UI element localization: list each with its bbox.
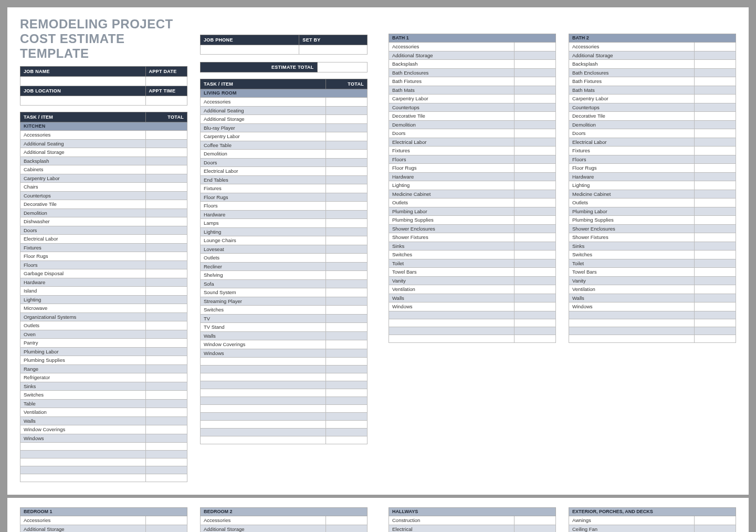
item-total-cell[interactable] xyxy=(326,115,368,124)
item-total-cell[interactable] xyxy=(326,413,368,421)
item-total-cell[interactable] xyxy=(326,288,368,297)
item-label[interactable] xyxy=(569,311,695,319)
item-total-cell[interactable] xyxy=(145,131,187,140)
item-total-cell[interactable] xyxy=(694,95,736,103)
item-total-cell[interactable] xyxy=(145,191,187,200)
item-total-cell[interactable] xyxy=(145,217,187,226)
item-total-cell[interactable] xyxy=(694,242,736,251)
item-total-cell[interactable] xyxy=(145,208,187,217)
item-total-cell[interactable] xyxy=(514,224,556,233)
item-total-cell[interactable] xyxy=(694,60,736,69)
item-total-cell[interactable] xyxy=(145,287,187,296)
item-label[interactable] xyxy=(201,381,326,389)
item-total-cell[interactable] xyxy=(694,164,736,173)
item-total-cell[interactable] xyxy=(145,434,187,443)
item-label[interactable] xyxy=(201,358,326,366)
item-total-cell[interactable] xyxy=(514,525,556,532)
item-total-cell[interactable] xyxy=(326,421,368,429)
item-total-cell[interactable] xyxy=(514,242,556,251)
item-total-cell[interactable] xyxy=(326,123,368,132)
item-total-cell[interactable] xyxy=(326,389,368,397)
item-total-cell[interactable] xyxy=(514,302,556,311)
item-total-cell[interactable] xyxy=(694,224,736,233)
item-total-cell[interactable] xyxy=(326,210,368,219)
item-total-cell[interactable] xyxy=(145,174,187,183)
item-total-cell[interactable] xyxy=(694,129,736,138)
item-total-cell[interactable] xyxy=(514,207,556,216)
item-total-cell[interactable] xyxy=(514,233,556,242)
item-label[interactable] xyxy=(201,373,326,381)
item-total-cell[interactable] xyxy=(694,120,736,129)
item-total-cell[interactable] xyxy=(694,302,736,311)
item-total-cell[interactable] xyxy=(145,339,187,348)
item-total-cell[interactable] xyxy=(145,356,187,365)
item-total-cell[interactable] xyxy=(326,227,368,236)
item-total-cell[interactable] xyxy=(145,312,187,321)
item-total-cell[interactable] xyxy=(326,525,368,532)
job-phone-cell[interactable] xyxy=(201,45,299,55)
item-total-cell[interactable] xyxy=(514,335,556,342)
item-total-cell[interactable] xyxy=(326,314,368,323)
item-total-cell[interactable] xyxy=(514,164,556,173)
item-label[interactable] xyxy=(201,421,326,429)
item-total-cell[interactable] xyxy=(145,157,187,165)
item-total-cell[interactable] xyxy=(694,51,736,60)
item-total-cell[interactable] xyxy=(694,259,736,268)
item-total-cell[interactable] xyxy=(514,43,556,51)
item-total-cell[interactable] xyxy=(326,297,368,306)
item-total-cell[interactable] xyxy=(326,373,368,381)
item-total-cell[interactable] xyxy=(145,330,187,339)
job-name-cell[interactable] xyxy=(20,77,146,86)
item-total-cell[interactable] xyxy=(145,148,187,157)
item-total-cell[interactable] xyxy=(326,193,368,202)
item-total-cell[interactable] xyxy=(145,399,187,408)
item-total-cell[interactable] xyxy=(326,106,368,115)
item-total-cell[interactable] xyxy=(694,285,736,294)
item-label[interactable] xyxy=(569,327,695,335)
item-total-cell[interactable] xyxy=(145,200,187,209)
item-total-cell[interactable] xyxy=(145,425,187,434)
item-total-cell[interactable] xyxy=(145,183,187,192)
item-label[interactable] xyxy=(201,389,326,397)
item-total-cell[interactable] xyxy=(326,262,368,271)
item-total-cell[interactable] xyxy=(694,112,736,121)
item-label[interactable] xyxy=(20,474,146,482)
item-total-cell[interactable] xyxy=(514,120,556,129)
item-total-cell[interactable] xyxy=(694,138,736,147)
item-total-cell[interactable] xyxy=(694,327,736,335)
item-total-cell[interactable] xyxy=(694,181,736,190)
item-total-cell[interactable] xyxy=(326,271,368,280)
item-total-cell[interactable] xyxy=(326,405,368,413)
item-total-cell[interactable] xyxy=(326,219,368,228)
item-total-cell[interactable] xyxy=(145,304,187,313)
item-label[interactable] xyxy=(201,413,326,421)
item-total-cell[interactable] xyxy=(326,516,368,525)
item-label[interactable] xyxy=(389,319,514,327)
item-total-cell[interactable] xyxy=(326,184,368,193)
item-label[interactable] xyxy=(20,451,146,458)
item-total-cell[interactable] xyxy=(145,466,187,474)
item-total-cell[interactable] xyxy=(145,347,187,356)
item-total-cell[interactable] xyxy=(694,155,736,164)
item-total-cell[interactable] xyxy=(514,276,556,285)
item-total-cell[interactable] xyxy=(514,319,556,327)
item-total-cell[interactable] xyxy=(326,202,368,211)
estimate-total-cell[interactable] xyxy=(317,62,367,72)
appt-time-cell[interactable] xyxy=(145,96,187,106)
item-total-cell[interactable] xyxy=(326,358,368,366)
item-total-cell[interactable] xyxy=(326,331,368,340)
item-label[interactable] xyxy=(201,429,326,436)
item-total-cell[interactable] xyxy=(326,98,368,107)
item-total-cell[interactable] xyxy=(694,207,736,216)
item-total-cell[interactable] xyxy=(694,525,736,532)
item-total-cell[interactable] xyxy=(326,167,368,176)
item-total-cell[interactable] xyxy=(326,158,368,167)
item-total-cell[interactable] xyxy=(326,436,368,444)
item-label[interactable] xyxy=(389,311,514,319)
item-total-cell[interactable] xyxy=(326,323,368,332)
item-total-cell[interactable] xyxy=(694,294,736,302)
item-total-cell[interactable] xyxy=(145,373,187,382)
item-total-cell[interactable] xyxy=(514,216,556,225)
item-total-cell[interactable] xyxy=(514,112,556,121)
item-total-cell[interactable] xyxy=(145,321,187,330)
